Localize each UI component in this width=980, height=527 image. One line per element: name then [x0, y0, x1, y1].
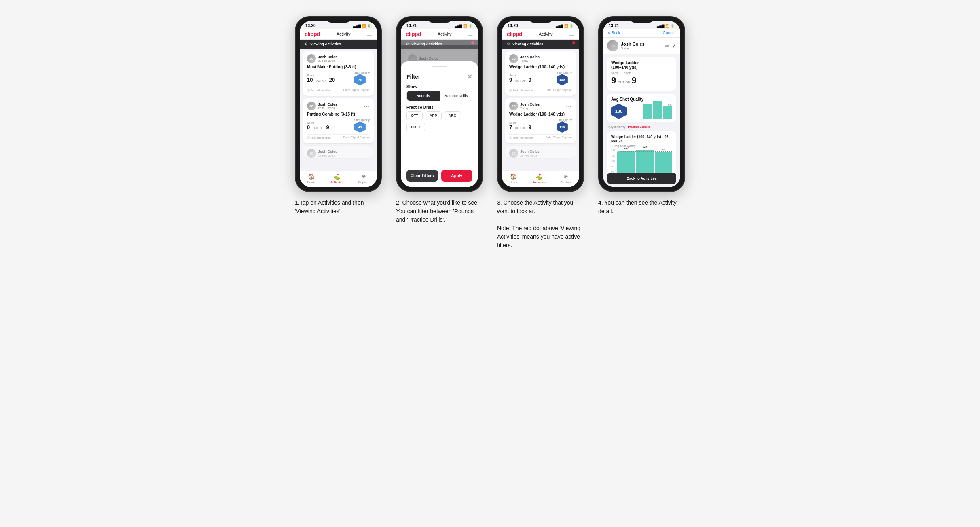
header-title-2: Activity: [438, 32, 452, 36]
settings-icon-3: ⚙: [507, 42, 510, 46]
more-dots-3a[interactable]: ···: [566, 55, 572, 62]
tab-capture-3[interactable]: ⊕ Capture: [560, 173, 571, 184]
caption-4: 4. You can then see the Activity detail.: [598, 199, 685, 216]
phone-3-frame: 13:20 ▂▄▆ 📶 🔋 clippd Activity ☰ ⚙ Viewin…: [497, 16, 584, 192]
card-title-2: Putting Combine (3-15 ft): [307, 112, 370, 116]
battery-icon-4: 🔋: [671, 24, 675, 28]
phone-1-column: 13:20 ▂▄▆ 📶 🔋 clippd Activity ☰ ⚙ Vi: [294, 16, 383, 216]
detail-user-date: Today: [621, 47, 645, 50]
detail-action-icons: ✏ ⤢: [665, 43, 676, 49]
menu-icon-2[interactable]: ☰: [468, 31, 473, 37]
caption-1: 1.Tap on Activities and then 'Viewing Ac…: [295, 199, 382, 216]
tab-activities-1[interactable]: ⛳ Activities: [330, 173, 343, 184]
caption-2: 2. Choose what you'd like to see. You ca…: [396, 199, 483, 224]
menu-icon-3[interactable]: ☰: [569, 31, 574, 37]
settings-icon-1: ⚙: [305, 42, 308, 46]
tab-capture-1[interactable]: ⊕ Capture: [358, 173, 369, 184]
status-time-4: 13:21: [609, 23, 619, 28]
expand-icon[interactable]: ⤢: [672, 43, 676, 49]
app-header-1: clippd Activity ☰: [300, 29, 377, 40]
card-user-2: JC Josh Coles 28 Feb 2023: [307, 102, 337, 110]
footer-right-1: Data: Clippd Capture: [343, 89, 370, 93]
more-dots-1[interactable]: ···: [364, 55, 370, 62]
activity-card-3c[interactable]: JC Josh Coles 28 Feb 2023: [505, 146, 576, 158]
phone-1-frame: 13:20 ▂▄▆ 📶 🔋 clippd Activity ☰ ⚙ Vi: [295, 16, 382, 192]
tab-home-3[interactable]: 🏠 Home: [509, 173, 518, 184]
detail-user-name: Josh Coles: [621, 42, 645, 47]
signal-icon: ▂▄▆: [353, 24, 361, 28]
drill-tag-arg[interactable]: ARG: [444, 111, 461, 120]
edit-icon[interactable]: ✏: [665, 43, 669, 49]
sq-label-1: Shot Quality: [354, 71, 370, 74]
tab-home-1[interactable]: 🏠 Home: [307, 173, 315, 184]
header-title-3: Activity: [539, 32, 553, 36]
activity-list-3: JC Josh Coles Today ··· Wedge Ladder (10…: [502, 49, 579, 171]
activity-card-3[interactable]: JC Josh Coles 28 Feb 2023: [303, 146, 374, 158]
logo-1: clippd: [305, 31, 320, 37]
detail-score-card: Wedge Ladder(100–140 yds) Score Shots 9 …: [607, 57, 676, 91]
menu-icon-1[interactable]: ☰: [367, 31, 372, 37]
caption-3: 3. Choose the Activity that you want to …: [497, 199, 584, 250]
tab-activities-3[interactable]: ⛳ Activities: [533, 173, 546, 184]
app-header-2: clippd Activity ☰: [401, 29, 478, 40]
drill-tag-ott[interactable]: OTT: [406, 111, 423, 120]
activity-card-3b[interactable]: JC Josh Coles Today ··· Wedge Ladder (10…: [505, 98, 576, 143]
activities-icon-1: ⛳: [333, 173, 340, 180]
wifi-icon: 📶: [362, 24, 366, 28]
drill-chart-sub: --- Avg Shot Quality: [611, 144, 672, 147]
drill-chart-card: Wedge Ladder (100–140 yds) - 06 Mar 23 -…: [607, 131, 676, 173]
more-dots-3b[interactable]: ···: [566, 103, 572, 109]
user-date-1: 28 Feb 2023: [318, 59, 337, 63]
phone-1-screen: 13:20 ▂▄▆ 📶 🔋 clippd Activity ☰ ⚙ Vi: [300, 21, 377, 187]
filter-close-btn[interactable]: ✕: [467, 73, 472, 80]
clear-filters-btn[interactable]: Clear Filters: [406, 170, 438, 182]
detail-drill-title: Wedge Ladder(100–140 yds): [611, 61, 639, 70]
apply-btn[interactable]: Apply: [441, 170, 473, 182]
back-btn[interactable]: < Back: [608, 31, 620, 35]
drills-toggle[interactable]: Practice Drills: [440, 91, 472, 101]
cancel-btn[interactable]: Cancel: [663, 31, 675, 35]
drill-chart-title: Wedge Ladder (100–140 yds) - 06 Mar 23: [611, 135, 672, 143]
wifi-icon-3: 📶: [564, 24, 568, 28]
viewing-banner-3[interactable]: ⚙ Viewing Activities: [502, 40, 579, 49]
detail-header: < Back Cancel: [603, 29, 680, 38]
avatar-3: JC: [307, 149, 316, 158]
capture-icon-1: ⊕: [361, 173, 366, 180]
wifi-icon-4: 📶: [665, 24, 669, 28]
drill-tag-putt[interactable]: PUTT: [406, 123, 425, 131]
banner-text-1: Viewing Activities: [310, 42, 341, 46]
detail-user-row: JC Josh Coles Today ✏ ⤢: [603, 38, 680, 54]
activity-card-1[interactable]: JC Josh Coles 28 Feb 2023 ··· Must Make …: [303, 51, 374, 96]
user-name-2: Josh Coles: [318, 102, 337, 106]
avg-sq-card: Avg Shot Quality 130 130 100: [607, 94, 676, 122]
detail-content: Wedge Ladder(100–140 yds) Score Shots 9 …: [603, 54, 680, 173]
filter-title: Filter: [406, 74, 420, 80]
score-label-1: Score: [307, 74, 335, 77]
battery-icon-3: 🔋: [569, 24, 574, 28]
status-icons-2: ▂▄▆ 📶 🔋: [455, 24, 472, 28]
status-icons-1: ▂▄▆ 📶 🔋: [353, 24, 371, 28]
sq-badge-3a: 130: [557, 74, 568, 85]
status-time-1: 13:20: [305, 23, 316, 28]
app-header-3: clippd Activity ☰: [502, 29, 579, 40]
red-dot-3: [572, 41, 575, 44]
red-dot-2: [471, 41, 474, 44]
logo-3: clippd: [507, 31, 522, 37]
back-to-activities-btn[interactable]: Back to Activities: [607, 173, 676, 184]
more-dots-2[interactable]: ···: [364, 103, 370, 109]
activity-card-3a[interactable]: JC Josh Coles Today ··· Wedge Ladder (10…: [505, 51, 576, 96]
activity-card-2[interactable]: JC Josh Coles 28 Feb 2023 ··· Putting Co…: [303, 98, 374, 143]
shots-val-1: 20: [329, 77, 335, 83]
detail-shots-val: 9: [631, 75, 636, 86]
filter-actions: Clear Filters Apply: [406, 170, 472, 182]
filter-toggle-row: Rounds Practice Drills: [406, 91, 472, 101]
rounds-toggle[interactable]: Rounds: [407, 91, 440, 101]
filter-header: Filter ✕: [406, 73, 472, 80]
sq-hexagon-large: 130: [611, 104, 627, 119]
phone-notch-4: [630, 17, 654, 23]
drill-tag-app[interactable]: APP: [425, 111, 442, 120]
detail-score-val: 9: [611, 75, 616, 86]
tab-bar-1: 🏠 Home ⛳ Activities ⊕ Capture: [300, 171, 377, 187]
viewing-banner-1[interactable]: ⚙ Viewing Activities: [300, 40, 377, 49]
tab-bar-3: 🏠 Home ⛳ Activities ⊕ Capture: [502, 171, 579, 187]
